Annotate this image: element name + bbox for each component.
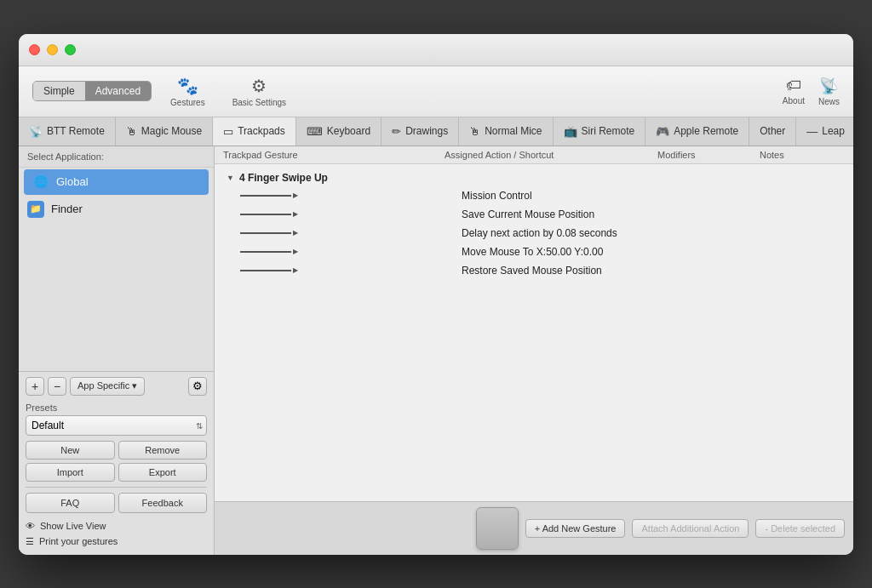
tab-other-label: Other xyxy=(760,125,785,137)
table-header: Trackpad Gesture Assigned Action / Short… xyxy=(215,146,853,164)
tab-leap[interactable]: — Leap xyxy=(796,117,853,146)
basic-settings-toolbar-button[interactable]: ⚙ Basic Settings xyxy=(224,72,295,111)
action-label-mission-control: Mission Control xyxy=(462,190,828,202)
maximize-button[interactable] xyxy=(65,44,76,55)
add-app-button[interactable]: + xyxy=(26,377,44,396)
gesture-group-header[interactable]: ▼ 4 Finger Swipe Up xyxy=(223,169,845,186)
news-label: News xyxy=(818,97,840,106)
trackpads-icon: ▭ xyxy=(223,125,233,138)
sidebar-item-global[interactable]: 🌐 Global xyxy=(24,169,209,195)
news-icon: 📡 xyxy=(819,77,838,95)
gesture-row-move-mouse[interactable]: Move Mouse To X:50.00 Y:0.00 xyxy=(223,243,845,261)
tab-keyboard-label: Keyboard xyxy=(327,125,370,137)
tab-siri-remote-label: Siri Remote xyxy=(582,125,635,137)
presets-section: Presets Default xyxy=(26,402,207,436)
print-gestures-button[interactable]: ☰ Print your gestures xyxy=(26,534,207,550)
about-button[interactable]: 🏷 About xyxy=(783,77,805,106)
import-button[interactable]: Import xyxy=(26,463,115,482)
gesture-arrow-cell-5 xyxy=(240,266,462,274)
toolbar-right: 🏷 About 📡 News xyxy=(783,77,840,106)
tab-drawings[interactable]: ✏ Drawings xyxy=(382,117,459,146)
sidebar-apps-list: 🌐 Global 📁 Finder xyxy=(19,168,214,371)
leap-icon: — xyxy=(806,125,818,138)
gesture-drawing-area xyxy=(476,507,519,550)
sidebar-gear-button[interactable]: ⚙ xyxy=(188,377,207,396)
gesture-row-mission-control[interactable]: Mission Control xyxy=(223,186,845,205)
settings-icon: ⚙ xyxy=(251,76,267,96)
apple-remote-icon: 🎮 xyxy=(656,125,669,138)
magic-mouse-icon: 🖱 xyxy=(126,125,137,138)
add-new-gesture-button[interactable]: + Add New Gesture xyxy=(525,519,626,538)
sidebar-item-finder[interactable]: 📁 Finder xyxy=(19,197,214,222)
titlebar xyxy=(19,34,853,66)
tab-siri-remote[interactable]: 📺 Siri Remote xyxy=(554,117,646,146)
utility-buttons: FAQ Feedback xyxy=(26,493,207,513)
presets-select[interactable]: Default xyxy=(26,415,207,436)
tab-apple-remote[interactable]: 🎮 Apple Remote xyxy=(645,117,749,146)
gesture-row-delay[interactable]: Delay next action by 0.08 seconds xyxy=(223,224,845,243)
traffic-lights xyxy=(29,44,76,55)
settings-label: Basic Settings xyxy=(232,98,286,107)
add-gesture-area: + Add New Gesture Attach Additional Acti… xyxy=(223,507,845,550)
close-button[interactable] xyxy=(29,44,40,55)
global-app-icon: 🌐 xyxy=(32,174,49,191)
keyboard-icon: ⌨ xyxy=(307,125,323,138)
arrow-line-4 xyxy=(240,248,298,255)
col2-header: Assigned Action / Shortcut xyxy=(445,150,657,160)
about-label: About xyxy=(783,96,805,106)
col4-header: Notes xyxy=(760,150,845,160)
gesture-group-title: 4 Finger Swipe Up xyxy=(239,172,328,184)
arrow-line-1 xyxy=(240,191,298,199)
sidebar-actions: + − App Specific ▾ ⚙ xyxy=(26,377,207,396)
gesture-row-restore-mouse[interactable]: Restore Saved Mouse Position xyxy=(223,261,845,280)
preset-buttons: New Remove Import Export xyxy=(26,441,207,482)
news-button[interactable]: 📡 News xyxy=(818,77,840,106)
main-content: Trackpad Gesture Assigned Action / Short… xyxy=(215,146,853,555)
tab-btt-remote-label: BTT Remote xyxy=(47,125,105,137)
global-label: Global xyxy=(56,175,89,188)
show-live-view-button[interactable]: 👁 Show Live View xyxy=(26,518,207,534)
about-icon: 🏷 xyxy=(786,77,801,94)
finder-label: Finder xyxy=(51,203,83,215)
tab-normal-mice[interactable]: 🖱 Normal Mice xyxy=(459,117,553,146)
gestures-toolbar-button[interactable]: 🐾 Gestures xyxy=(162,72,214,111)
tab-keyboard[interactable]: ⌨ Keyboard xyxy=(296,117,382,146)
tab-magic-mouse[interactable]: 🖱 Magic Mouse xyxy=(116,117,213,146)
sidebar: Select Application: 🌐 Global 📁 Finder + … xyxy=(19,146,215,555)
action-label-restore-mouse: Restore Saved Mouse Position xyxy=(462,265,828,277)
gesture-arrow-cell-3 xyxy=(240,229,462,237)
table-body: ▼ 4 Finger Swipe Up Mission Control Sa xyxy=(215,164,853,501)
minimize-button[interactable] xyxy=(47,44,58,55)
tab-btt-remote[interactable]: 📡 BTT Remote xyxy=(19,117,116,146)
action-label-delay: Delay next action by 0.08 seconds xyxy=(462,227,828,239)
gestures-label: Gestures xyxy=(170,98,205,107)
tab-leap-label: Leap xyxy=(822,125,845,137)
tab-apple-remote-label: Apple Remote xyxy=(674,125,738,137)
action-label-move-mouse: Move Mouse To X:50.00 Y:0.00 xyxy=(462,246,828,258)
drawings-icon: ✏ xyxy=(392,125,401,138)
attach-action-button[interactable]: Attach Additional Action xyxy=(632,519,749,538)
tab-drawings-label: Drawings xyxy=(405,125,448,137)
expand-triangle-icon: ▼ xyxy=(227,174,234,182)
gesture-group-4finger-swipe-up: ▼ 4 Finger Swipe Up Mission Control Sa xyxy=(223,169,845,280)
app-specific-label: App Specific ▾ xyxy=(77,380,137,391)
presets-label: Presets xyxy=(26,402,207,413)
simple-advanced-segment: Simple Advanced xyxy=(32,81,152,101)
simple-button[interactable]: Simple xyxy=(33,82,85,100)
faq-button[interactable]: FAQ xyxy=(26,493,115,513)
new-preset-button[interactable]: New xyxy=(26,441,115,460)
feedback-button[interactable]: Feedback xyxy=(118,493,208,513)
tab-trackpads[interactable]: ▭ Trackpads xyxy=(213,117,296,146)
app-specific-button[interactable]: App Specific ▾ xyxy=(70,377,145,396)
delete-selected-button[interactable]: - Delete selected xyxy=(755,519,845,538)
gesture-arrow-cell-2 xyxy=(240,210,462,218)
remove-preset-button[interactable]: Remove xyxy=(118,441,208,460)
tab-other[interactable]: Other xyxy=(749,117,796,146)
tab-magic-mouse-label: Magic Mouse xyxy=(141,125,202,137)
gesture-row-save-mouse[interactable]: Save Current Mouse Position xyxy=(223,205,845,224)
remove-app-button[interactable]: − xyxy=(48,377,66,396)
advanced-button[interactable]: Advanced xyxy=(85,82,151,100)
export-button[interactable]: Export xyxy=(118,463,208,482)
arrow-line-5 xyxy=(240,266,298,274)
gesture-arrow-cell-1 xyxy=(240,191,462,199)
